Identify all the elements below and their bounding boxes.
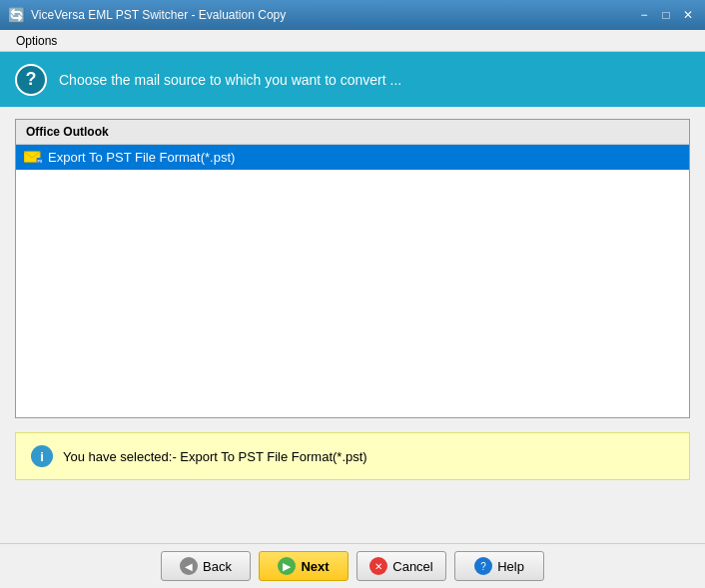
help-button[interactable]: ? Help [454,551,544,581]
app-icon: 🔄 [8,7,25,23]
list-item[interactable]: PST Export To PST File Format(*.pst) [16,145,689,170]
next-icon: ▶ [278,557,296,575]
window-title: ViceVersa EML PST Switcher - Evaluation … [31,8,286,22]
back-icon: ◀ [180,557,198,575]
window-controls: − □ ✕ [635,6,697,24]
list-item-label: Export To PST File Format(*.pst) [48,150,235,165]
header-icon: ? [15,64,47,96]
options-menu[interactable]: Options [8,32,65,50]
cancel-icon: ✕ [369,557,387,575]
help-icon: ? [474,557,492,575]
info-text: You have selected:- Export To PST File F… [63,449,367,464]
minimize-button[interactable]: − [635,6,653,24]
title-bar: 🔄 ViceVersa EML PST Switcher - Evaluatio… [0,0,705,30]
main-content: Office Outlook PST Export To PST File Fo… [0,107,705,492]
menu-bar: Options [0,30,705,52]
list-group-header: Office Outlook [16,120,689,145]
svg-text:PST: PST [38,160,43,164]
mail-source-list[interactable]: Office Outlook PST Export To PST File Fo… [15,119,690,418]
info-box: i You have selected:- Export To PST File… [15,432,690,480]
next-button[interactable]: ▶ Next [259,551,349,581]
header-text: Choose the mail source to which you want… [59,72,401,88]
info-icon: i [31,445,53,467]
header-banner: ? Choose the mail source to which you wa… [0,52,705,107]
maximize-button[interactable]: □ [657,6,675,24]
close-button[interactable]: ✕ [679,6,697,24]
back-button[interactable]: ◀ Back [161,551,251,581]
cancel-button[interactable]: ✕ Cancel [356,551,446,581]
pst-file-icon: PST [24,151,42,165]
bottom-bar: ◀ Back ▶ Next ✕ Cancel ? Help [0,543,705,588]
